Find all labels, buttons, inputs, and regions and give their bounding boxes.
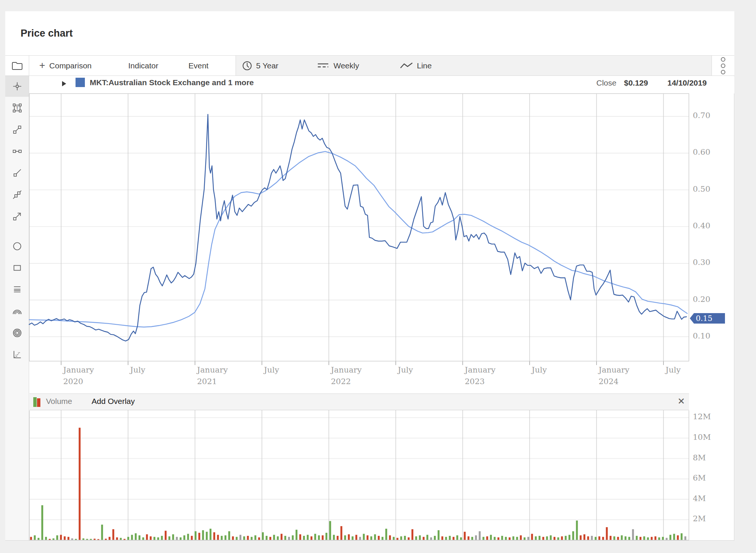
volume-bar	[464, 532, 466, 540]
volume-bar	[636, 536, 638, 540]
range-button[interactable]: 5 Year	[242, 56, 279, 75]
volume-bar	[629, 537, 630, 540]
tool-extended-line[interactable]	[5, 184, 29, 205]
comparison-button[interactable]: + Comparison	[39, 56, 92, 75]
volume-bar	[367, 535, 369, 540]
volume-bar	[213, 532, 215, 540]
range-label: 5 Year	[256, 61, 279, 70]
volume-bar	[318, 535, 320, 540]
volume-bar	[591, 536, 593, 540]
volume-axis-label: 10M	[693, 433, 711, 442]
volume-bar	[288, 537, 290, 540]
volume-bar	[191, 536, 193, 540]
volume-bar	[374, 534, 376, 540]
volume-bar	[251, 537, 253, 540]
volume-bar	[445, 537, 447, 540]
tool-fib-circles[interactable]	[5, 322, 29, 343]
tool-ellipse[interactable]	[5, 236, 29, 257]
volume-bar	[520, 535, 522, 540]
volume-bar	[352, 536, 354, 540]
volume-bar	[554, 537, 556, 540]
volume-bar	[165, 531, 167, 540]
volume-bar	[419, 535, 421, 540]
volume-bar	[385, 529, 387, 540]
more-options-button[interactable]	[712, 56, 734, 75]
volume-bar	[438, 530, 440, 540]
volume-bar	[415, 536, 417, 540]
volume-bar	[673, 534, 675, 540]
volume-bar	[531, 534, 533, 540]
event-button[interactable]: Event	[188, 56, 209, 75]
folder-icon	[12, 61, 23, 71]
volume-bar	[30, 537, 32, 540]
volume-bar	[595, 537, 597, 540]
tool-trend-line[interactable]	[5, 119, 29, 140]
tool-horizontal-segment[interactable]	[5, 141, 29, 162]
volume-bar	[453, 537, 455, 540]
volume-axis-label: 8M	[693, 453, 706, 462]
regression-icon	[12, 350, 22, 359]
title-row: Price chart	[5, 11, 734, 55]
volume-bar	[60, 535, 62, 540]
price-plot-area[interactable]	[29, 93, 690, 367]
volume-axis-label: 4M	[693, 494, 706, 503]
fib-circles-icon	[12, 328, 22, 338]
volume-bar	[210, 529, 212, 540]
save-load-button[interactable]	[5, 56, 29, 75]
volume-bar	[681, 533, 683, 540]
tool-crosshair[interactable]	[5, 76, 29, 97]
volume-bar	[184, 535, 185, 540]
close-icon[interactable]: ✕	[674, 396, 688, 407]
volume-bar	[307, 535, 309, 540]
volume-bar	[457, 535, 458, 540]
chart-type-button[interactable]: Line	[400, 56, 432, 75]
kebab-menu-icon	[721, 57, 725, 62]
time-axis-label: January2020	[63, 364, 94, 387]
tool-arrow[interactable]	[5, 206, 29, 227]
tool-rectangle[interactable]	[5, 257, 29, 278]
volume-bar	[341, 526, 342, 540]
volume-bar	[516, 537, 518, 540]
close-date: 14/10/2019	[667, 78, 707, 87]
price-axis-label: 0.30	[693, 258, 710, 267]
tool-fib-retracement[interactable]	[5, 279, 29, 300]
tool-regression[interactable]	[5, 344, 29, 365]
volume-plot-area[interactable]	[29, 410, 690, 542]
volume-bar	[135, 533, 137, 540]
volume-bar	[543, 537, 544, 540]
volume-bar	[539, 536, 541, 540]
time-axis-label: July	[130, 364, 145, 376]
volume-axis-label: 2M	[693, 514, 706, 523]
volume-bar	[98, 539, 99, 540]
trend-line-icon	[12, 125, 22, 135]
tool-ray[interactable]	[5, 163, 29, 183]
volume-bar	[146, 534, 148, 540]
add-overlay-button[interactable]: Add Overlay	[92, 397, 135, 406]
volume-bar	[498, 537, 500, 540]
volume-bar	[206, 532, 208, 540]
volume-bar	[643, 536, 645, 540]
tool-text-annotation[interactable]: T	[5, 98, 29, 118]
volume-bar	[311, 536, 313, 540]
volume-bar	[610, 536, 612, 540]
volume-bar	[670, 535, 672, 540]
price-axis-label: 0.10	[693, 331, 710, 340]
text-annotation-icon: T	[12, 103, 22, 113]
interval-button[interactable]: Weekly	[317, 56, 359, 75]
tool-fib-arcs[interactable]	[5, 301, 29, 322]
volume-bar	[389, 535, 391, 540]
price-axis-label: 0.60	[693, 148, 710, 157]
ellipse-icon	[12, 241, 22, 251]
volume-bar	[632, 529, 634, 540]
volume-bar	[285, 536, 286, 540]
volume-bar	[546, 536, 548, 540]
volume-bar	[240, 535, 242, 540]
volume-bar	[303, 536, 305, 540]
indicator-button[interactable]: Indicator	[128, 56, 159, 75]
drawing-tools-sidebar: T	[5, 76, 29, 540]
volume-bar	[142, 537, 144, 540]
volume-bar	[202, 530, 204, 540]
series-legend-label[interactable]: MKT:Australian Stock Exchange and 1 more	[90, 78, 254, 87]
volume-bar	[79, 428, 81, 540]
legend-expand-icon[interactable]	[62, 81, 66, 86]
